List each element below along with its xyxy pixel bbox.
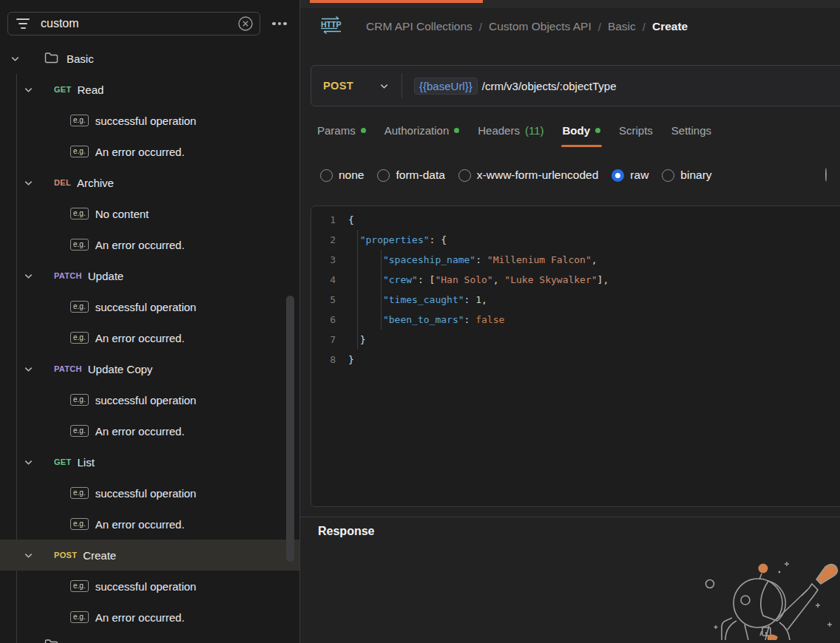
breadcrumb-item[interactable]: CRM API Collections [366,20,472,33]
tree-request-row[interactable]: DELArchive [0,167,299,198]
tree-example-row[interactable]: e.g.successful operation [0,571,299,602]
tree-example-row[interactable]: e.g.An error occurred. [0,322,299,353]
more-options-icon[interactable] [269,18,290,30]
body-type-none[interactable]: none [320,169,364,182]
tree-example-row[interactable]: e.g.An error occurred. [0,229,299,260]
radio-icon[interactable] [612,169,624,182]
code-text: "been_to_mars": false [348,314,504,325]
breadcrumb-item[interactable]: Custom Objects API [489,20,592,33]
active-tab-indicator [310,0,483,3]
radio-icon[interactable] [320,169,333,182]
tab-scripts[interactable]: Scripts [619,124,653,147]
url-path[interactable]: /crm/v3/objects/:objectType [482,80,617,92]
example-label: successful operation [95,487,197,500]
http-request-icon: HTTP [319,16,343,38]
tree-request-row[interactable]: PATCHUpdate Copy [0,353,299,384]
editor-indent-guide [357,230,358,350]
filter-icon [16,18,30,29]
tree-example-row[interactable]: e.g.successful operation [0,105,299,136]
code-text: "spaceship_name": "Millenium Falcon", [348,254,597,265]
radio-icon[interactable] [662,169,674,182]
tree-example-row[interactable]: e.g.An error occurred. [0,136,299,167]
tab-headers[interactable]: Headers(11) [478,124,543,147]
radio-label: form-data [396,169,444,182]
method-badge: PATCH [54,364,82,373]
code-line: 2 "properties": { [311,230,840,250]
tab-settings[interactable]: Settings [671,124,711,147]
line-number: 6 [311,314,348,325]
tree-example-row[interactable]: e.g.An error occurred. [0,415,299,446]
editor-tabstrip [300,0,840,8]
example-label: successful operation [95,580,197,593]
method-badge: PATCH [54,271,82,280]
tab-authorization[interactable]: Authorization [385,124,460,147]
chevron-down-icon[interactable] [10,53,21,64]
breadcrumb-separator: / [598,21,601,33]
chevron-down-icon[interactable] [24,271,34,281]
code-area[interactable]: 1{2 "properties": {3 "spaceship_name": "… [311,206,840,370]
tree-example-row[interactable]: e.g.An error occurred. [0,602,299,633]
tree-request-row[interactable]: PATCHUpdate [0,260,299,291]
sidebar-scrollbar[interactable] [286,296,294,562]
url-input[interactable]: {{baseUrl}} /crm/v3/objects/:objectType [402,66,616,106]
radio-icon[interactable] [458,169,471,182]
chevron-down-icon[interactable] [24,550,34,560]
baseurl-variable[interactable]: {{baseUrl}} [414,78,478,95]
code-line: 5 "times_caught": 1, [311,290,840,310]
tree-folder-row[interactable]: Basic [0,43,299,74]
body-type-partial-radio[interactable] [825,169,827,182]
code-text: "times_caught": 1, [348,294,487,305]
method-badge: GET [54,85,72,94]
search-input[interactable]: custom [7,12,260,35]
tree-request-row[interactable]: GETRead [0,74,299,105]
body-type-form-data[interactable]: form-data [377,169,444,182]
url-bar: POST {{baseUrl}} /crm/v3/objects/:object… [311,65,840,106]
chevron-down-icon[interactable] [24,177,34,188]
example-label: An error occurred. [95,146,185,158]
tree-request-row[interactable]: GETList [0,446,299,477]
search-value[interactable]: custom [41,17,237,30]
example-label: An error occurred. [95,611,185,624]
chevron-down-icon[interactable] [24,364,34,374]
code-text: "properties": { [348,234,447,245]
example-badge-icon: e.g. [70,239,89,251]
svg-text:HTTP: HTTP [321,20,341,29]
body-type-raw[interactable]: raw [612,169,648,182]
example-badge-icon: e.g. [70,208,89,220]
tree-example-row[interactable]: e.g.An error occurred. [0,508,299,540]
tab-count: (11) [525,124,544,137]
tree-example-row[interactable]: e.g.successful operation [0,291,299,322]
body-editor[interactable]: 1{2 "properties": {3 "spaceship_name": "… [311,205,840,507]
chevron-down-icon[interactable] [24,457,34,467]
method-label: POST [323,80,353,92]
body-type-x-www-form-urlencoded[interactable]: x-www-form-urlencoded [458,169,599,182]
response-divider [300,517,840,517]
radio-icon[interactable] [377,169,390,182]
example-label: No content [95,208,149,220]
tree-folder-row[interactable] [0,633,299,643]
example-badge-icon: e.g. [70,487,89,499]
request-label: Create [83,549,116,562]
example-badge-icon: e.g. [70,301,89,313]
code-text: } [348,354,354,365]
breadcrumb-item[interactable]: Basic [608,20,636,33]
clear-search-icon[interactable] [237,16,254,32]
tab-label: Body [563,124,591,137]
tree-example-row[interactable]: e.g.successful operation [0,477,299,508]
request-label: List [78,456,95,469]
tree-request-row[interactable]: POSTCreate [0,540,299,571]
tab-label: Settings [671,124,711,137]
breadcrumb-item[interactable]: Create [652,20,688,33]
chevron-down-icon[interactable] [24,84,34,95]
response-title: Response [318,525,374,538]
tree-example-row[interactable]: e.g.No content [0,198,299,229]
green-dot-icon [361,128,366,133]
tab-params[interactable]: Params [317,124,366,147]
tab-body[interactable]: Body [563,124,601,147]
chevron-down-icon [379,81,390,91]
code-line: 4 "crew": ["Han Solo", "Luke Skywalker"]… [311,270,840,290]
body-type-binary[interactable]: binary [662,169,711,182]
method-select[interactable]: POST [311,66,402,106]
breadcrumb-separator: / [479,21,482,33]
tree-example-row[interactable]: e.g.successful operation [0,384,299,415]
